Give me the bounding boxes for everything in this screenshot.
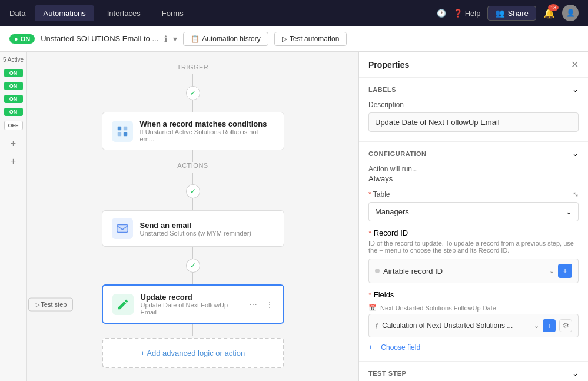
field-value-row[interactable]: ƒ Calculation of Next Unstarted Solution… [368,314,579,337]
info-button[interactable]: ℹ [164,34,167,44]
trigger-label: TRIGGER [177,64,209,71]
share-button[interactable]: 👥 Share [487,6,536,21]
configuration-section-title: CONFIGURATION [368,150,427,157]
top-navigation: Data Automations Interfaces Forms 🕐 ❓ He… [0,0,588,26]
connector-8 [192,324,193,336]
test-icon: ▷ [282,35,287,43]
automation-name: Unstarted SOLUTIONS Email to ... [41,34,158,43]
actions-label: ACTIONS [177,162,208,169]
connector-5 [192,198,193,210]
action-will-run-value: Always [368,174,579,183]
plus-icon: + [368,343,373,352]
sidebar-add-button-1[interactable]: + [11,138,16,149]
configuration-collapse-icon: ⌄ [572,149,579,158]
labels-section-header[interactable]: LABELS ⌄ [359,78,588,101]
update-record-subtitle: Update Date of Next FollowUp Email [141,302,242,316]
properties-panel: Properties ✕ LABELS ⌄ Description CONFIG… [358,52,588,381]
test-step-section: TEST STEP ⌄ [359,362,588,381]
trigger-check: ✓ [186,86,200,100]
svg-rect-3 [123,132,127,135]
nav-tab-automations[interactable]: Automations [35,5,94,21]
formula-icon: ƒ [375,322,378,329]
panel-header: Properties ✕ [359,52,588,78]
sidebar-badge-3[interactable]: ON [4,95,23,103]
share-icon: 👥 [495,9,505,18]
record-id-plus-button[interactable]: + [558,264,572,278]
main-layout: 5 Active ON ON ON ON OFF + + TRIGGER ✓ [0,52,588,381]
update-record-title: Update record [141,293,242,302]
add-action-card[interactable]: + Add advanced logic or action [102,338,284,368]
svg-rect-0 [117,126,121,130]
svg-rect-2 [117,132,121,135]
connector-1 [192,74,193,86]
labels-section-title: LABELS [368,86,396,93]
configuration-section: CONFIGURATION ⌄ Action will run... Alway… [359,142,588,362]
help-icon: ❓ [453,9,463,18]
record-id-value: Airtable record ID [383,267,546,276]
record-id-hint: ID of the record to update. To update a … [368,240,579,254]
sidebar-badge-1[interactable]: ON [4,69,23,77]
trigger-subtitle: If Unstarted Active Solutions Rollup is … [140,128,274,143]
connector-6 [192,247,193,259]
test-step-section-header[interactable]: TEST STEP ⌄ [359,362,588,381]
action-2-check: ✓ [186,259,200,273]
automation-history-button[interactable]: 📋 Automation history [183,32,268,46]
table-dropdown[interactable]: Managers ⌄ [368,202,579,221]
table-required-star: * [368,190,371,198]
trigger-title: When a record matches conditions [140,120,274,128]
fields-required-star: * [368,290,371,299]
left-sidebar: 5 Active ON ON ON ON OFF + + [0,52,27,381]
labels-section: LABELS ⌄ Description [359,78,588,142]
field-value: Calculation of Next Unstarted Solutions … [382,322,530,330]
test-step-button[interactable]: ▷ Test step [28,297,74,311]
update-record-wrapper: ▷ Test step Update record Update Date of… [75,284,311,324]
configuration-section-header[interactable]: CONFIGURATION ⌄ [359,142,588,165]
record-id-dot [375,269,380,273]
record-id-required-star: * [368,228,371,237]
calendar-icon: 📅 [368,304,377,312]
sidebar-add-button-2[interactable]: + [11,156,16,167]
clock-icon: 🕐 [437,9,446,18]
nav-tab-forms[interactable]: Forms [154,5,192,21]
svg-rect-4 [117,225,127,233]
nav-tab-interfaces[interactable]: Interfaces [99,5,149,21]
history-icon-btn[interactable]: 🕐 [437,9,446,18]
chevron-down-icon[interactable]: ▾ [173,34,177,44]
avatar[interactable]: 👤 [562,5,579,21]
notification-badge[interactable]: 🔔 13 [543,8,555,19]
choose-field-button[interactable]: + + Choose field [368,343,579,352]
table-chevron-icon: ⌄ [566,207,572,216]
field-chevron-icon: ⌄ [534,322,539,330]
connector-4 [192,173,193,184]
send-email-card[interactable]: Send an email Unstarted Solutions (w MYM… [102,210,284,247]
connector-3 [192,150,193,162]
labels-collapse-icon: ⌄ [572,85,579,94]
update-record-icon [112,294,134,315]
description-input[interactable] [368,112,579,132]
field-icon: 📅 Next Unstarted Solutions FollowUp Date [368,304,579,312]
sidebar-badge-5[interactable]: OFF [4,121,23,130]
update-record-card[interactable]: Update record Update Date of Next Follow… [102,284,284,324]
expand-icon[interactable]: ⤡ [573,190,579,198]
test-step-collapse-icon: ⌄ [572,369,579,377]
test-automation-button[interactable]: ▷ Test automation [274,32,347,46]
sidebar-badge-4[interactable]: ON [4,108,23,116]
active-count: 5 Active [3,57,24,63]
field-plus-button[interactable]: + [543,319,556,332]
more-options-icon[interactable]: ⋯ [249,300,257,309]
connector-2 [192,100,193,112]
action-1-check: ✓ [186,184,200,198]
sidebar-badge-2[interactable]: ON [4,82,23,90]
field-settings-button[interactable]: ⚙ [559,319,572,332]
notification-count: 13 [548,4,559,11]
close-panel-button[interactable]: ✕ [571,59,579,70]
automation-toggle[interactable]: ● ON [9,34,35,44]
help-button[interactable]: ❓ Help [453,9,481,18]
email-action-title: Send an email [140,221,274,230]
record-id-label: Record ID [374,228,408,237]
nav-data-tab[interactable]: Data [9,9,25,18]
record-id-row[interactable]: Airtable record ID ⌄ + [368,259,579,283]
field-name: Next Unstarted Solutions FollowUp Date [380,304,496,312]
trigger-card[interactable]: When a record matches conditions If Unst… [102,112,284,150]
drag-handle-icon[interactable]: ⋮ [265,300,274,309]
